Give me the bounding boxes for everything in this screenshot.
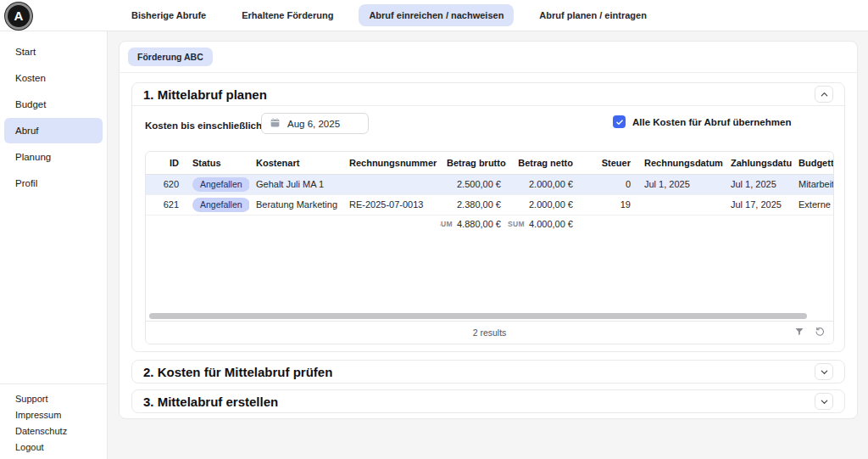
filter-button[interactable] <box>794 325 804 340</box>
expand-section-2-button[interactable] <box>815 363 833 380</box>
cell-kostenart: Gehalt Juli MA 1 <box>249 174 342 194</box>
select-all-costs-label: Alle Kosten für Abruf übernehmen <box>632 117 791 127</box>
sum-betrag-brutto: SUM4.880,00 € <box>440 215 508 233</box>
project-chip-row: Förderung ABC <box>120 42 857 73</box>
app-logo: A <box>5 3 32 30</box>
top-tabs: Bisherige Abrufe Erhaltene Förderung Abr… <box>121 4 657 26</box>
cell-status: Angefallen <box>186 174 249 194</box>
tab-abruf-planen-eintragen[interactable]: Abruf planen / eintragen <box>529 4 657 26</box>
top-bar: A Bisherige Abrufe Erhaltene Förderung A… <box>0 0 868 31</box>
status-badge: Angefallen <box>192 177 249 192</box>
cell-steuer: 0 <box>580 174 637 194</box>
date-filter-label: Kosten bis einschließlich: <box>145 120 265 131</box>
refresh-button[interactable] <box>815 325 825 340</box>
calendar-icon <box>270 116 281 132</box>
costs-table: ID Status Kostenart Rechnungsnummer Betr… <box>145 151 834 344</box>
app-logo-letter: A <box>14 8 24 23</box>
section-1-title: 1. Mittelabruf planen <box>143 87 267 102</box>
cell-betrag-brutto: 2.380,00 € <box>440 194 508 215</box>
table-row-621[interactable]: 621 Angefallen Beratung Marketing RE-202… <box>146 194 834 215</box>
section-mittelabruf-erstellen: 3. Mittelabruf erstellen <box>131 389 845 413</box>
sidebar-item-start[interactable]: Start <box>4 39 103 64</box>
column-header-rechnungsnummer[interactable]: Rechnungsnummer <box>342 152 440 174</box>
cell-id: 620 <box>146 174 186 194</box>
cell-rechnungsnummer <box>342 174 440 194</box>
sidebar-nav: Start Kosten Budget Abruf Planung Profil <box>0 31 107 196</box>
sidebar: Start Kosten Budget Abruf Planung Profil… <box>0 31 108 459</box>
sidebar-link-impressum[interactable]: Impressum <box>0 406 107 423</box>
sum-label: SUM <box>440 220 453 228</box>
select-all-costs-row: Alle Kosten für Abruf übernehmen <box>613 115 791 128</box>
collapse-section-1-button[interactable] <box>815 86 833 103</box>
cell-rechnungsnummer: RE-2025-07-0013 <box>342 194 440 215</box>
column-header-zahlungsdatum[interactable]: Zahlungsdatum <box>724 152 792 174</box>
results-count: 2 results <box>473 327 507 338</box>
chevron-down-icon <box>820 367 829 377</box>
select-all-costs-checkbox[interactable] <box>613 115 626 128</box>
cell-zahlungsdatum: Jul 1, 2025 <box>724 174 792 194</box>
column-header-rechnungsdatum[interactable]: Rechnungsdatum <box>637 152 724 174</box>
cell-id: 621 <box>146 194 186 215</box>
section-2-header: 2. Kosten für Mittelabruf prüfen <box>132 361 844 383</box>
table-sum-row: SUM4.880,00 € SUM4.000,00 € <box>146 215 834 233</box>
project-chip-foerderung-abc[interactable]: Förderung ABC <box>128 48 213 66</box>
column-header-kostenart[interactable]: Kostenart <box>249 152 342 174</box>
table-row-620[interactable]: 620 Angefallen Gehalt Juli MA 1 2.500,00… <box>146 174 834 194</box>
sidebar-item-budget[interactable]: Budget <box>4 92 103 117</box>
sum-betrag-netto: SUM4.000,00 € <box>508 215 580 233</box>
horizontal-scrollbar[interactable] <box>149 313 807 319</box>
expand-section-3-button[interactable] <box>815 393 833 410</box>
cell-rechnungsdatum: Jul 1, 2025 <box>637 174 724 194</box>
column-header-id[interactable]: ID <box>146 152 186 174</box>
section-3-title: 3. Mittelabruf erstellen <box>143 395 278 409</box>
cell-zahlungsdatum: Jul 17, 2025 <box>724 194 792 215</box>
column-header-status[interactable]: Status <box>186 152 249 174</box>
funnel-icon <box>794 325 804 340</box>
column-header-steuer[interactable]: Steuer <box>580 152 637 174</box>
cell-status: Angefallen <box>186 194 249 215</box>
cell-budgettopf: Externe Die <box>792 194 834 215</box>
circular-arrow-icon <box>815 325 825 340</box>
table-header-row: ID Status Kostenart Rechnungsnummer Betr… <box>146 152 834 174</box>
sidebar-link-support[interactable]: Support <box>0 390 107 406</box>
date-input-value: Aug 6, 2025 <box>287 119 340 129</box>
sidebar-item-kosten[interactable]: Kosten <box>4 65 103 91</box>
section-kosten-pruefen: 2. Kosten für Mittelabruf prüfen <box>131 360 845 383</box>
cell-betrag-brutto: 2.500,00 € <box>440 174 508 194</box>
chevron-up-icon <box>820 90 829 99</box>
cell-kostenart: Beratung Marketing <box>249 194 342 215</box>
sum-label: SUM <box>508 220 525 228</box>
column-header-betrag-netto[interactable]: Betrag netto <box>508 152 580 174</box>
tab-abruf-einreichen-nachweisen[interactable]: Abruf einreichen / nachweisen <box>359 4 514 26</box>
column-header-betrag-brutto[interactable]: Betrag brutto <box>440 152 508 174</box>
sidebar-item-planung[interactable]: Planung <box>4 144 103 170</box>
section-1-header: 1. Mittelabruf planen <box>132 83 844 106</box>
sidebar-footer: Support Impressum Datenschutz Logout <box>0 383 107 456</box>
section-mittelabruf-planen: 1. Mittelabruf planen Kosten bis einschl… <box>131 82 845 352</box>
check-icon <box>615 115 624 130</box>
sidebar-item-profil[interactable]: Profil <box>4 171 103 196</box>
cell-steuer: 19 <box>580 194 637 215</box>
cell-betrag-netto: 2.000,00 € <box>508 174 580 194</box>
tab-bisherige-abrufe[interactable]: Bisherige Abrufe <box>121 4 216 26</box>
tab-erhaltene-foerderung[interactable]: Erhaltene Förderung <box>231 4 343 26</box>
sidebar-item-abruf[interactable]: Abruf <box>4 118 103 143</box>
date-input[interactable]: Aug 6, 2025 <box>261 113 369 134</box>
section-3-header: 3. Mittelabruf erstellen <box>132 390 844 412</box>
chevron-down-icon <box>820 397 829 406</box>
table-footer: 2 results <box>146 321 833 344</box>
sidebar-link-logout[interactable]: Logout <box>0 439 107 455</box>
cell-rechnungsdatum <box>637 194 724 215</box>
section-2-title: 2. Kosten für Mittelabruf prüfen <box>143 365 332 379</box>
content-card: Förderung ABC 1. Mittelabruf planen Kost… <box>119 41 858 419</box>
status-badge: Angefallen <box>192 198 249 212</box>
main-area: Förderung ABC 1. Mittelabruf planen Kost… <box>108 31 868 459</box>
cell-betrag-netto: 2.000,00 € <box>508 194 580 215</box>
sidebar-link-datenschutz[interactable]: Datenschutz <box>0 423 107 439</box>
cell-budgettopf: Mitarbeiter <box>792 174 834 194</box>
column-header-budgettopf[interactable]: Budgettopf <box>792 152 834 174</box>
